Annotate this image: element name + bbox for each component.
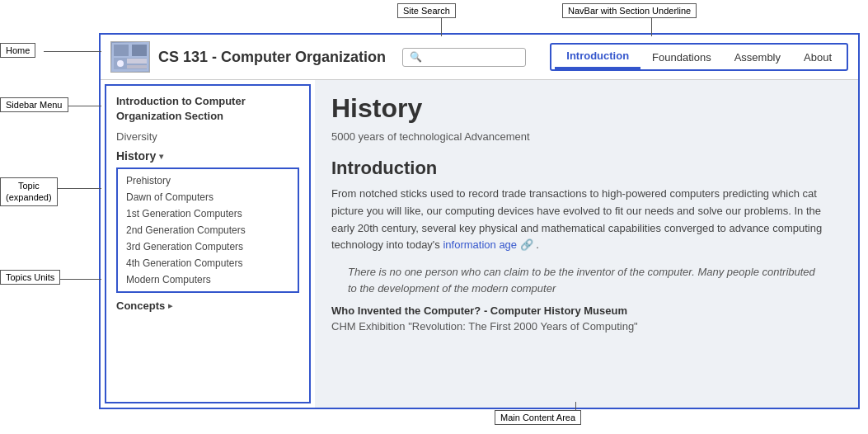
svg-rect-2	[132, 45, 147, 56]
svg-point-4	[117, 60, 124, 67]
logo[interactable]	[110, 41, 150, 73]
external-link-icon: 🔗	[517, 238, 533, 251]
intro-heading: Introduction	[331, 158, 842, 179]
site-search-label: Site Search	[403, 6, 450, 16]
sidebar-menu-label: Sidebar Menu	[6, 100, 63, 110]
chm-link[interactable]: CHM Exhibition "Revolution: The First 20…	[331, 320, 842, 333]
sidebar-concepts[interactable]: Concepts ▸	[116, 300, 299, 312]
topics-units-label: Topics Units	[6, 272, 54, 282]
link-bold[interactable]: Who Invented the Computer? - Computer Hi…	[331, 304, 842, 317]
unit-dawn-of-computers[interactable]: Dawn of Computers	[118, 189, 298, 205]
nav-item-introduction[interactable]: Introduction	[555, 45, 640, 69]
svg-rect-1	[114, 45, 129, 56]
site-title: CS 131 - Computer Organization	[158, 49, 386, 66]
info-suffix: .	[533, 238, 539, 251]
sidebar-menu-annotation: Sidebar Menu	[0, 97, 68, 112]
concepts-expand-arrow: ▸	[168, 301, 172, 310]
site-search-annotation: Site Search	[397, 3, 456, 18]
home-label: Home	[6, 45, 30, 55]
svg-rect-5	[127, 59, 147, 64]
nav-item-assembly[interactable]: Assembly	[723, 46, 792, 68]
unit-4th-gen[interactable]: 4th Generation Computers	[118, 255, 298, 271]
intro-text: From notched sticks used to record trade…	[331, 187, 822, 251]
unit-3rd-gen[interactable]: 3rd Generation Computers	[118, 238, 298, 255]
topic-units-box: Prehistory Dawn of Computers 1st Generat…	[116, 167, 299, 293]
main-content-area-label: Main Content Area	[500, 413, 575, 422]
unit-1st-gen[interactable]: 1st Generation Computers	[118, 205, 298, 222]
info-age-link[interactable]: information age	[443, 238, 517, 251]
sidebar-history-topic[interactable]: History ▾	[116, 149, 299, 163]
sidebar-concepts-label: Concepts	[116, 300, 165, 312]
search-box[interactable]: 🔍	[402, 48, 526, 67]
intro-paragraph: From notched sticks used to record trade…	[331, 186, 842, 254]
sidebar-menu: Introduction to Computer Organization Se…	[105, 84, 311, 403]
svg-rect-6	[127, 65, 147, 68]
history-expand-arrow: ▾	[159, 152, 163, 161]
unit-modern[interactable]: Modern Computers	[118, 271, 298, 288]
blockquote: There is no one person who can claim to …	[348, 264, 825, 296]
nav-item-foundations[interactable]: Foundations	[640, 46, 723, 68]
main-content: History 5000 years of technological Adva…	[315, 80, 858, 408]
page-subtitle: 5000 years of technological Advancement	[331, 130, 842, 143]
nav-item-about[interactable]: About	[792, 46, 843, 68]
page-title: History	[331, 93, 842, 124]
main-window: CS 131 - Computer Organization 🔍 Introdu…	[99, 33, 860, 409]
topic-expanded-annotation: Topic(expanded)	[0, 177, 58, 206]
sidebar-diversity: Diversity	[116, 130, 299, 143]
body-area: Introduction to Computer Organization Se…	[101, 80, 858, 408]
navbar-annotation: NavBar with Section Underline	[562, 3, 697, 18]
search-input[interactable]	[426, 51, 517, 64]
topics-units-annotation: Topics Units	[0, 270, 60, 285]
main-content-area-annotation: Main Content Area	[495, 410, 581, 425]
unit-2nd-gen[interactable]: 2nd Generation Computers	[118, 222, 298, 238]
sidebar-section-title: Introduction to Computer Organization Se…	[116, 94, 299, 124]
header: CS 131 - Computer Organization 🔍 Introdu…	[101, 35, 858, 80]
home-annotation: Home	[0, 43, 35, 58]
unit-prehistory[interactable]: Prehistory	[118, 172, 298, 189]
search-icon: 🔍	[410, 51, 422, 63]
navbar-label: NavBar with Section Underline	[568, 6, 691, 16]
navbar: Introduction Foundations Assembly About	[550, 43, 848, 71]
sidebar-history-label: History	[116, 149, 156, 163]
